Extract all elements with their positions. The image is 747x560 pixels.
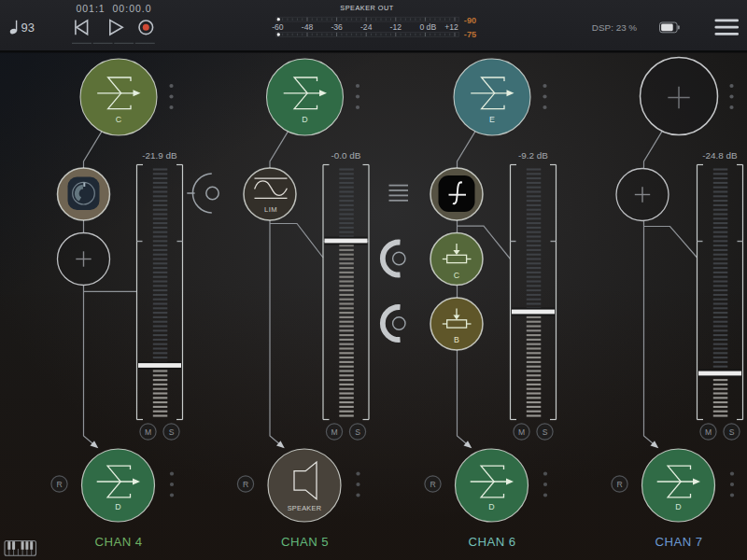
svg-text:-75: -75 [464,30,476,39]
svg-text:-60: -60 [272,22,284,32]
svg-text:D: D [115,502,120,511]
svg-text:93: 93 [21,21,35,35]
svg-text:SPEAKER OUT: SPEAKER OUT [340,4,393,12]
svg-text:E: E [489,115,495,124]
svg-text:D: D [302,115,307,124]
svg-text:R: R [243,480,248,489]
svg-text:S: S [355,427,360,437]
svg-text:DSP: 23 %: DSP: 23 % [592,22,638,33]
svg-text:-90: -90 [464,16,476,25]
svg-text:-21.9 dB: -21.9 dB [142,150,177,161]
svg-text:D: D [488,502,494,511]
svg-text:-24: -24 [360,22,373,32]
svg-text:M: M [145,427,151,437]
svg-text:-0.0 dB: -0.0 dB [331,150,361,161]
svg-text:-36: -36 [331,22,343,32]
svg-text:0 dB: 0 dB [419,22,436,32]
svg-text:S: S [543,427,548,437]
svg-text:-24.8 dB: -24.8 dB [702,150,738,161]
svg-text:M: M [705,427,712,437]
svg-text:B: B [454,335,459,344]
svg-text:S: S [169,427,175,437]
svg-text:R: R [430,480,435,489]
svg-text:M: M [331,427,337,437]
svg-text:D: D [675,502,681,511]
svg-text:CHAN 5: CHAN 5 [281,535,329,549]
svg-text:SPEAKER: SPEAKER [288,504,322,512]
svg-text:LIM: LIM [264,205,277,214]
svg-text:-12: -12 [390,22,402,32]
svg-text:R: R [56,480,62,489]
svg-text:CHAN 6: CHAN 6 [469,535,516,549]
svg-text:CHAN 4: CHAN 4 [95,535,143,549]
svg-text:S: S [729,427,735,437]
svg-text:R: R [616,480,622,489]
svg-text:C: C [454,271,460,280]
svg-text:+12: +12 [444,22,458,32]
svg-text:-9.2 dB: -9.2 dB [518,150,548,161]
svg-text:CHAN 7: CHAN 7 [655,535,703,549]
svg-text:C: C [116,115,122,124]
svg-text:-48: -48 [302,22,314,32]
svg-text:001:1 00:00.0: 001:1 00:00.0 [76,3,151,14]
svg-text:M: M [518,427,525,437]
